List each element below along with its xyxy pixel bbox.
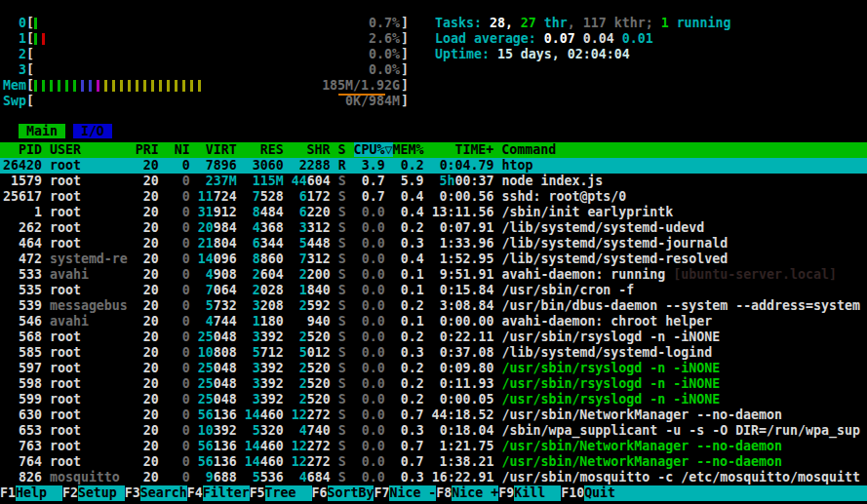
process-row[interactable]: 763 root 20 0 56136 14460 12272 S 0.0 0.… xyxy=(0,439,867,454)
column-header-pid[interactable]: PID xyxy=(3,142,42,157)
column-header-res[interactable]: RES xyxy=(245,142,284,157)
tasks-line-segment: 1 xyxy=(661,16,669,30)
cell-cpu: 0.0 xyxy=(362,236,385,251)
process-row[interactable]: 539 messagebus 20 0 5732 3208 2592 S 0.0… xyxy=(0,298,867,314)
cell-time: 0:37.08 xyxy=(440,345,494,360)
cell-mem: 0.4 xyxy=(401,189,424,204)
cell-pad xyxy=(136,423,143,438)
olive-tick xyxy=(112,80,115,92)
process-row[interactable]: 653 root 20 0 10392 5320 4740 S 0.0 0.3 … xyxy=(0,423,867,439)
cell-pad xyxy=(354,189,362,204)
olive-tick xyxy=(167,80,170,92)
cell-pad xyxy=(136,407,143,422)
olive-tick xyxy=(128,80,131,92)
cell-cmd: avahi-daemon: running xyxy=(502,267,666,282)
fn-nice-button[interactable]: F7Nice - xyxy=(374,485,436,501)
tab-io[interactable]: I/O xyxy=(73,124,112,138)
cell-ni: 0 xyxy=(182,220,190,235)
fn-key: F10 xyxy=(561,485,584,501)
cell-pad xyxy=(393,407,401,422)
mem-underline-mark xyxy=(338,94,385,96)
cell-pad xyxy=(167,345,182,360)
column-header-cpu-sorted[interactable]: CPU%▽ xyxy=(354,142,393,157)
cell-pad xyxy=(136,267,143,282)
fn-key: F7 xyxy=(374,485,389,501)
cell-cpu: 0.0 xyxy=(362,252,385,266)
process-row[interactable]: 630 root 20 0 56136 14460 12272 S 0.0 0.… xyxy=(0,407,867,423)
fn-kill-button[interactable]: F9Kill xyxy=(498,485,561,501)
meter-close-bracket: ] xyxy=(401,47,409,62)
column-header-shr[interactable]: SHR xyxy=(292,142,331,157)
process-row[interactable]: 1579 root 20 0 237M 115M 44604 S 0.7 5.9… xyxy=(0,174,867,189)
fn-help-button[interactable]: F1Help xyxy=(0,485,62,501)
cell-user: root xyxy=(50,361,81,375)
process-row[interactable]: 585 root 20 0 10808 5712 5012 S 0.0 0.3 … xyxy=(0,345,867,361)
column-header-ni[interactable]: NI xyxy=(167,142,190,157)
fn-sortby-button[interactable]: F6SortBy xyxy=(312,485,374,501)
process-row[interactable]: 262 root 20 0 20984 4368 3312 S 0.0 0.2 … xyxy=(0,220,867,236)
column-header-time[interactable]: TIME+ xyxy=(431,142,493,157)
cell-shr: 840 xyxy=(307,283,331,297)
cell-virt: 392 xyxy=(214,423,237,438)
cell-pad xyxy=(245,298,253,313)
process-row[interactable]: 25617 root 20 0 11724 7528 6172 S 0.7 0.… xyxy=(0,189,867,205)
column-header-pri[interactable]: PRI xyxy=(136,142,159,157)
cell-pad xyxy=(3,205,34,219)
cell-cpu: 0.0 xyxy=(362,205,385,219)
cell-s: S xyxy=(338,252,346,266)
cell-pad xyxy=(432,423,440,438)
cell-s: S xyxy=(338,376,346,391)
cell-shr: 12 xyxy=(292,454,307,469)
process-row[interactable]: 599 root 20 0 25048 3392 2520 S 0.0 0.2 … xyxy=(0,392,867,407)
column-header-virt[interactable]: VIRT xyxy=(198,142,237,157)
column-header-mem[interactable]: MEM% xyxy=(393,142,424,157)
fn-nice-button[interactable]: F8Nice + xyxy=(436,485,498,501)
meter-value: 0.0% xyxy=(369,47,400,62)
fn-tree-button[interactable]: F5Tree xyxy=(250,485,312,501)
cell-virt: 688 xyxy=(214,470,237,485)
process-row[interactable]: 535 root 20 0 7064 2028 1840 S 0.0 0.1 0… xyxy=(0,283,867,298)
cell-res: 392 xyxy=(260,330,284,344)
cell-virt: 048 xyxy=(214,376,237,391)
cell-s: S xyxy=(338,314,346,329)
cpu0-meter: 0[0.7%] xyxy=(0,16,409,31)
cell-time: 0:22.11 xyxy=(440,330,494,344)
tab-main[interactable]: Main xyxy=(19,124,65,138)
process-row[interactable]: 533 avahi 20 0 4908 2604 2200 S 0.0 0.1 … xyxy=(0,267,867,283)
fn-quit-button[interactable]: F10Quit xyxy=(561,485,867,501)
process-row[interactable]: 546 avahi 20 0 4744 1180 940 S 0.0 0.1 0… xyxy=(0,314,867,330)
cell-pad xyxy=(136,361,143,375)
process-row[interactable]: 472 systemd-re 20 0 14096 8860 7312 S 0.… xyxy=(0,252,867,267)
cell-user: root xyxy=(50,220,81,235)
meter-close-bracket: ] xyxy=(401,16,409,31)
process-row[interactable]: 826 mosquitto 20 0 9688 5536 4684 S 0.0 … xyxy=(0,470,867,485)
cell-res: 5 xyxy=(253,423,260,438)
fn-search-button[interactable]: F3Search xyxy=(125,485,187,501)
process-row[interactable]: 1 root 20 0 31912 8484 6220 S 0.0 0.4 13… xyxy=(0,205,867,220)
cell-pad xyxy=(354,345,362,360)
cell-shr: 3 xyxy=(299,220,307,235)
fn-key: F1 xyxy=(0,485,16,501)
tasks-line-segment: , 117 kthr; xyxy=(568,16,661,30)
column-header-user[interactable]: USER xyxy=(50,142,128,157)
cell-user: root xyxy=(50,376,81,391)
cell-pad xyxy=(292,267,299,282)
fn-setup-button[interactable]: F2Setup xyxy=(62,485,125,501)
process-row[interactable]: 464 root 20 0 21804 6344 5448 S 0.0 0.3 … xyxy=(0,236,867,252)
process-row[interactable]: 598 root 20 0 25048 3392 2520 S 0.0 0.2 … xyxy=(0,376,867,392)
cell-pad xyxy=(292,392,299,407)
system-summary: Tasks: 28, 27 thr, 117 kthr; 1 runningLo… xyxy=(432,16,731,62)
red-tick xyxy=(42,33,45,45)
column-header-s[interactable]: S xyxy=(338,142,346,157)
cell-cmd: /usr/sbin/NetworkManager --no-daemon xyxy=(502,439,783,453)
tasks-line: Tasks: 28, 27 thr, 117 kthr; 1 running xyxy=(432,16,731,31)
process-row[interactable]: 568 root 20 0 25048 3392 2520 S 0.0 0.2 … xyxy=(0,330,867,345)
cell-pad xyxy=(245,314,253,329)
blue-tick xyxy=(89,80,92,92)
process-row[interactable]: 597 root 20 0 25048 3392 2520 S 0.0 0.2 … xyxy=(0,361,867,376)
process-row[interactable]: 26420 root 20 0 7896 3060 2288 R 3.9 0.2… xyxy=(0,158,867,174)
process-row[interactable]: 764 root 20 0 56136 14460 12272 S 0.0 0.… xyxy=(0,454,867,470)
cell-shr: 272 xyxy=(307,439,331,453)
fn-filter-button[interactable]: F4Filter xyxy=(187,485,250,501)
column-header-cmd[interactable]: Command xyxy=(501,142,556,157)
